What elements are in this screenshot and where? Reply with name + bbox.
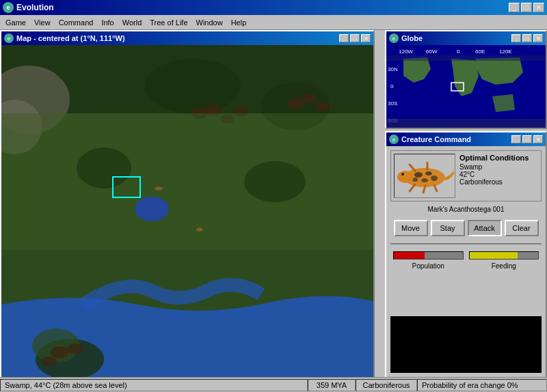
svg-text:60E: 60E (475, 48, 485, 55)
globe-close-button[interactable]: ✕ (533, 34, 543, 42)
maximize-button[interactable]: □ (521, 3, 532, 12)
globe-maximize-button[interactable]: □ (522, 34, 532, 42)
svg-point-16 (244, 161, 306, 202)
globe-content: 120W 60W 0 60E 120E 30N 0 30S 60S (386, 45, 546, 128)
globe-window-buttons: _ □ ✕ (511, 34, 543, 42)
map-close-button[interactable]: ✕ (361, 34, 371, 42)
separator (390, 243, 542, 244)
condition-biome: Swamp (459, 163, 538, 171)
svg-point-39 (414, 172, 423, 178)
svg-point-43 (431, 176, 438, 181)
bars-section: Population Feeding (390, 249, 542, 311)
svg-point-20 (67, 344, 83, 354)
close-button[interactable]: ✕ (533, 3, 544, 12)
creature-window-buttons: _ □ ✕ (511, 135, 543, 143)
creature-lizard-svg (395, 154, 455, 197)
creature-image (394, 154, 455, 198)
creature-maximize-button[interactable]: □ (522, 135, 532, 143)
svg-rect-35 (386, 119, 546, 128)
globe-title-bar: e Globe _ □ ✕ (386, 31, 546, 45)
stay-button[interactable]: Stay (431, 220, 465, 236)
terrain-status: Swamp, 44°C (28m above sea level) (0, 379, 308, 391)
svg-point-45 (401, 173, 404, 176)
feeding-fill (470, 252, 518, 259)
map-window: e Map - centered at (1°N, 111°W) _ □ ✕ (0, 30, 375, 378)
era-status: Carboniferous (356, 379, 417, 391)
svg-text:30N: 30N (388, 66, 398, 72)
svg-text:0: 0 (457, 48, 460, 55)
svg-point-10 (287, 98, 304, 109)
creature-window-icon: e (389, 135, 399, 144)
probability-status: Probability of era change 0% (417, 379, 547, 391)
creature-title: Creature Command (401, 135, 509, 143)
svg-rect-13 (1, 113, 373, 250)
status-bar: Swamp, 44°C (28m above sea level) 359 MY… (0, 377, 547, 392)
svg-point-44 (397, 171, 414, 183)
svg-text:120W: 120W (399, 48, 413, 55)
action-buttons: Move Stay Attack Clear (390, 220, 542, 236)
svg-point-41 (421, 178, 428, 182)
condition-temp: 42°C (459, 171, 538, 178)
minimize-button[interactable]: _ (509, 3, 520, 12)
globe-minimize-button[interactable]: _ (511, 34, 521, 42)
globe-window: e Globe _ □ ✕ 120W 60W 0 60E 120E 30N 0 (385, 30, 547, 129)
svg-point-19 (51, 346, 68, 359)
population-bar (393, 251, 464, 260)
optimal-title: Optimal Conditions (459, 154, 538, 162)
globe-title: Globe (401, 34, 509, 42)
population-fill (394, 252, 425, 259)
title-bar-buttons: _ □ ✕ (509, 3, 544, 12)
svg-rect-34 (386, 55, 546, 61)
menu-info[interactable]: Info (97, 17, 118, 28)
map-window-buttons: _ □ ✕ (339, 34, 371, 42)
map-content[interactable] (1, 45, 373, 377)
svg-point-14 (135, 197, 169, 221)
menu-view[interactable]: View (30, 17, 55, 28)
creature-window: e Creature Command _ □ ✕ (385, 131, 547, 378)
move-button[interactable]: Move (394, 220, 428, 236)
globe-svg: 120W 60W 0 60E 120E 30N 0 30S 60S (386, 45, 546, 128)
map-minimize-button[interactable]: _ (339, 34, 349, 42)
svg-point-21 (42, 356, 57, 366)
condition-era: Carboniferous (459, 178, 538, 186)
svg-text:0: 0 (390, 83, 394, 89)
menu-bar: Game View Command Info World Tree of Lif… (0, 15, 547, 30)
menu-game[interactable]: Game (1, 17, 30, 28)
population-group: Population (393, 251, 464, 308)
menu-help[interactable]: Help (227, 17, 251, 28)
creature-content: Optimal Conditions Swamp 42°C Carbonifer… (386, 146, 546, 377)
main-area: ↖ e Map - centered at (1°N, 111°W) _ □ ✕ (0, 30, 547, 377)
map-window-icon: e (4, 33, 14, 43)
creature-title-bar: e Creature Command _ □ ✕ (386, 132, 546, 146)
svg-point-11 (302, 94, 317, 103)
svg-point-12 (316, 102, 330, 111)
feeding-bar (469, 251, 539, 260)
clear-button[interactable]: Clear (505, 220, 539, 236)
svg-point-23 (196, 227, 203, 232)
population-label: Population (412, 262, 444, 270)
creature-minimize-button[interactable]: _ (511, 135, 521, 143)
map-maximize-button[interactable]: □ (350, 34, 360, 42)
creature-info-row: Optimal Conditions Swamp 42°C Carbonifer… (390, 150, 542, 201)
menu-tree-of-life[interactable]: Tree of Life (146, 17, 191, 28)
map-terrain-svg (1, 45, 373, 377)
menu-world[interactable]: World (118, 17, 146, 28)
mya-status: 359 MYA (308, 379, 356, 391)
attack-button[interactable]: Attack (468, 220, 502, 236)
app-title: Evolution (16, 3, 506, 12)
black-area (390, 316, 542, 373)
optimal-conditions: Optimal Conditions Swamp 42°C Carbonifer… (459, 154, 538, 198)
map-title-bar: e Map - centered at (1°N, 111°W) _ □ ✕ (1, 31, 373, 45)
app-icon: e (3, 2, 14, 13)
creature-close-button[interactable]: ✕ (533, 135, 543, 143)
map-title: Map - centered at (1°N, 111°W) (16, 34, 336, 42)
creature-name: Mark's Acanthostega 001 (390, 204, 542, 214)
menu-window[interactable]: Window (192, 17, 227, 28)
svg-point-40 (425, 171, 432, 176)
svg-point-4 (145, 59, 241, 113)
globe-window-icon: e (389, 33, 399, 43)
menu-command[interactable]: Command (55, 17, 98, 28)
selection-box (112, 176, 141, 198)
feeding-group: Feeding (469, 251, 539, 308)
app-title-bar: e Evolution _ □ ✕ (0, 0, 547, 15)
